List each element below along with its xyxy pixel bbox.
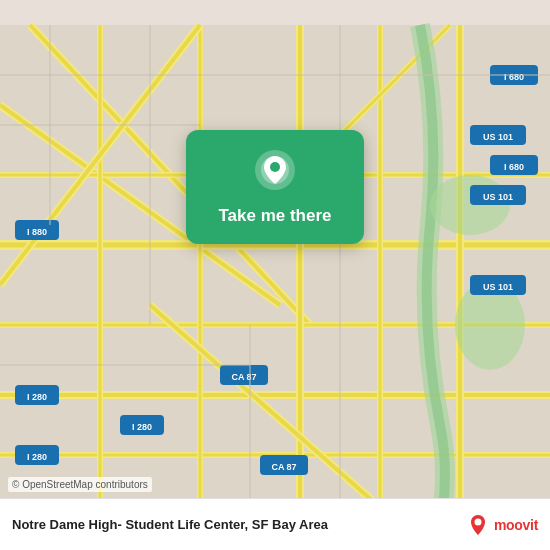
svg-text:CA 87: CA 87	[231, 372, 256, 382]
moovit-brand-text: moovit	[494, 517, 538, 533]
svg-text:I 280: I 280	[132, 422, 152, 432]
svg-text:I 880: I 880	[27, 227, 47, 237]
bottom-bar: Notre Dame High- Student Life Center, SF…	[0, 498, 550, 550]
svg-point-66	[474, 518, 481, 525]
svg-text:I 680: I 680	[504, 72, 524, 82]
svg-text:I 280: I 280	[27, 392, 47, 402]
svg-text:US 101: US 101	[483, 192, 513, 202]
cta-card[interactable]: Take me there	[186, 130, 364, 244]
svg-text:I 680: I 680	[504, 162, 524, 172]
map-container: I 880 I 280 I 280 CA 87 CA 87 US 101 US …	[0, 0, 550, 550]
cta-label: Take me there	[218, 206, 331, 226]
moovit-pin-icon	[466, 513, 490, 537]
svg-text:US 101: US 101	[483, 282, 513, 292]
moovit-logo: moovit	[466, 513, 538, 537]
svg-text:CA 87: CA 87	[271, 462, 296, 472]
pin-icon	[253, 148, 297, 196]
map-background: I 880 I 280 I 280 CA 87 CA 87 US 101 US …	[0, 0, 550, 550]
svg-text:US 101: US 101	[483, 132, 513, 142]
svg-text:I 280: I 280	[27, 452, 47, 462]
map-attribution: © OpenStreetMap contributors	[8, 477, 152, 492]
svg-point-65	[270, 162, 280, 172]
svg-rect-1	[0, 25, 550, 525]
location-name: Notre Dame High- Student Life Center, SF…	[12, 517, 466, 532]
